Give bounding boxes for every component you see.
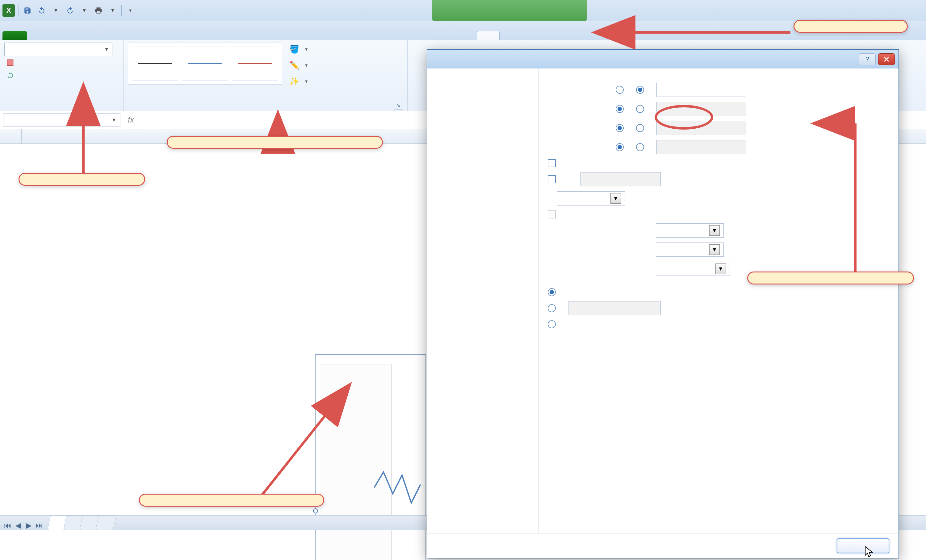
display-units-row: ▼ (548, 189, 889, 208)
values-reverse-row (548, 157, 889, 170)
sheet-tab[interactable] (95, 515, 117, 530)
tab-layout[interactable] (454, 31, 477, 40)
shape-style-swatch[interactable] (132, 47, 178, 80)
chart-line-series (374, 469, 421, 506)
minimum-fixed-radio[interactable] (636, 86, 644, 94)
hcross-axisval-input[interactable] (568, 301, 661, 315)
chart-element-dropdown[interactable]: ▼ (5, 42, 112, 56)
column-header[interactable] (83, 129, 108, 143)
format-selection-icon (6, 58, 15, 67)
minor-fixed-radio[interactable] (636, 143, 644, 151)
reverse-checkbox[interactable] (548, 159, 556, 167)
hcross-max-row (548, 318, 889, 331)
shape-style-swatch[interactable] (182, 47, 228, 80)
print-dropdown-icon[interactable]: ▼ (106, 4, 120, 17)
chart-resize-handle[interactable] (313, 509, 318, 513)
sheet-nav-last-icon[interactable]: ⏭ (35, 521, 44, 530)
sheet-nav-first-icon[interactable]: ⏮ (3, 521, 12, 530)
paint-bucket-icon: 🪣 (290, 44, 299, 54)
major-auto-radio[interactable] (616, 124, 624, 132)
effects-icon: ✨ (290, 77, 299, 86)
reset-style-icon (6, 71, 15, 80)
minor-value-input[interactable] (657, 140, 746, 154)
major-fixed-radio[interactable] (636, 124, 644, 132)
axis-minimum-row (548, 80, 889, 100)
dialog-launcher-icon[interactable]: ↘ (394, 101, 403, 110)
hcross-axisval-row (548, 299, 889, 318)
tab-insert[interactable] (50, 31, 67, 40)
hcross-max-radio[interactable] (548, 320, 556, 328)
chevron-down-icon: ▼ (610, 193, 621, 204)
maximum-auto-radio[interactable] (616, 105, 624, 113)
tab-home[interactable] (33, 31, 50, 40)
redo-icon[interactable] (63, 4, 77, 17)
redo-dropdown-icon[interactable]: ▼ (77, 4, 91, 17)
undo-dropdown-icon[interactable]: ▼ (49, 4, 63, 17)
tab-formulas[interactable] (85, 31, 102, 40)
tab-view[interactable] (136, 31, 154, 40)
group-label-shape-styles (128, 104, 394, 106)
svg-rect-0 (7, 60, 13, 66)
tab-design[interactable] (432, 31, 454, 40)
chevron-down-icon: ▼ (104, 47, 109, 52)
dialog-main: ▼ ▼ ▼ (539, 68, 899, 533)
dialog-close-x-button[interactable] (878, 53, 895, 65)
tab-review[interactable] (119, 31, 136, 40)
chart-y-axis[interactable] (320, 364, 392, 560)
chevron-down-icon: ▾ (305, 78, 307, 84)
sheet-nav-prev-icon[interactable]: ◀ (14, 521, 23, 530)
callout-format-selection-button (18, 173, 145, 186)
maximum-value-input[interactable] (657, 102, 746, 116)
dialog-close-button[interactable] (837, 538, 889, 553)
axis-major-unit-row (548, 118, 889, 137)
hcross-auto-radio[interactable] (548, 288, 556, 296)
minimum-auto-radio[interactable] (616, 86, 624, 94)
major-tick-row: ▼ (548, 221, 889, 240)
display-units-select[interactable]: ▼ (557, 191, 625, 205)
chevron-down-icon: ▾ (305, 46, 307, 52)
minor-tick-row: ▼ (548, 240, 889, 259)
minor-auto-radio[interactable] (616, 143, 624, 151)
hcross-axisval-radio[interactable] (548, 304, 556, 312)
column-header[interactable] (22, 129, 83, 143)
fx-icon[interactable]: fx (128, 115, 134, 125)
shape-style-swatch[interactable] (232, 47, 278, 80)
log-base-input[interactable] (581, 172, 661, 186)
hcross-auto-row (548, 286, 889, 299)
undo-icon[interactable] (35, 4, 48, 17)
axis-minor-unit-row (548, 137, 889, 157)
tab-page-layout[interactable] (67, 31, 85, 40)
sheet-nav-next-icon[interactable]: ▶ (24, 521, 33, 530)
major-tick-select[interactable]: ▼ (656, 223, 724, 238)
log-scale-row (548, 170, 889, 189)
shape-outline-button[interactable]: ✏️ ▾ (288, 59, 309, 72)
tab-format[interactable] (477, 31, 499, 40)
format-selection-button[interactable] (5, 56, 119, 69)
dialog-help-button[interactable]: ? (859, 53, 876, 65)
axis-labels-select[interactable]: ▼ (656, 262, 730, 276)
tab-data[interactable] (102, 31, 119, 40)
shape-effects-button[interactable]: ✨ ▾ (288, 75, 309, 88)
file-tab[interactable] (3, 31, 27, 40)
log-checkbox[interactable] (548, 175, 556, 183)
pencil-icon: ✏️ (290, 60, 299, 70)
reset-to-match-style-button[interactable] (5, 69, 119, 82)
shape-styles-gallery[interactable] (128, 42, 282, 85)
major-value-input[interactable] (657, 121, 746, 135)
title-bar: X ▼ ▼ ▼ ▾ (0, 0, 926, 21)
save-icon[interactable] (21, 4, 34, 17)
maximum-fixed-radio[interactable] (636, 105, 644, 113)
show-display-units-label-row (548, 208, 889, 221)
callout-format-tab (794, 20, 908, 33)
minimum-value-input[interactable] (657, 83, 746, 97)
print-icon[interactable] (92, 4, 105, 17)
axis-maximum-row (548, 100, 889, 118)
dialog-titlebar[interactable]: ? (427, 50, 899, 68)
qat-customize-icon[interactable]: ▾ (124, 4, 137, 17)
shape-fill-button[interactable]: 🪣 ▾ (288, 42, 309, 56)
minor-tick-select[interactable]: ▼ (656, 243, 724, 257)
name-box[interactable]: ▼ (3, 113, 120, 127)
dialog-nav (427, 68, 539, 533)
chevron-down-icon: ▼ (709, 225, 720, 236)
callout-input-box (747, 272, 914, 284)
